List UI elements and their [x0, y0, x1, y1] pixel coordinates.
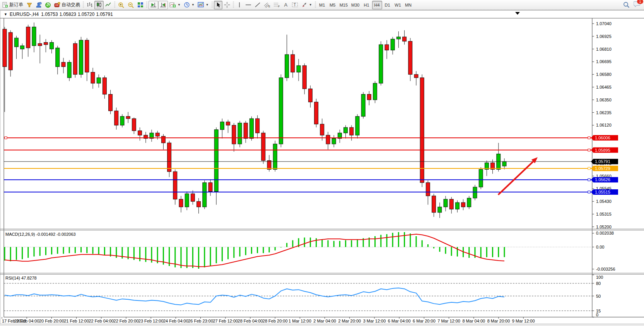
rsi-tick-label: 0	[596, 312, 598, 317]
macd-histogram-bar	[275, 247, 276, 251]
candle-down	[38, 43, 42, 46]
candle-up	[56, 48, 60, 67]
bar-chart-button[interactable]	[85, 1, 94, 9]
macd-histogram-bar	[286, 243, 287, 247]
templates-button[interactable]: ▼	[196, 1, 210, 9]
timeframe-m15-button[interactable]: M15	[338, 1, 349, 9]
time-tick-label: 26 Feb 23:00	[188, 319, 213, 323]
new-order-button[interactable]: 新订单	[1, 1, 25, 9]
crosshair-tool-button[interactable]	[222, 1, 232, 9]
candle-down	[314, 102, 318, 124]
macd-histogram-bar	[263, 247, 264, 253]
candle-down	[308, 89, 312, 102]
macd-histogram-bar	[416, 236, 417, 247]
timeframe-m5-button[interactable]: M5	[328, 1, 338, 9]
macd-histogram-bar	[233, 247, 234, 258]
hline-handle[interactable]	[588, 178, 590, 181]
community-button[interactable]	[34, 1, 43, 9]
candle-up	[279, 78, 283, 144]
time-tick-label: 27 Feb 12:00	[213, 319, 238, 323]
notifications-button[interactable]: 1	[634, 1, 641, 9]
arrows-tool-button[interactable]: ▼	[300, 1, 314, 9]
macd-histogram-bar	[280, 247, 282, 247]
hline-handle[interactable]	[588, 191, 590, 193]
hline-handle[interactable]	[588, 167, 590, 170]
chart-title-bar[interactable]: ▼ EURUSD-,H4 1.05753 1.05823 1.05720 1.0…	[4, 12, 113, 17]
cursor-tool-button[interactable]	[214, 1, 222, 9]
notification-badge: 1	[637, 0, 643, 4]
timeframe-w1-button[interactable]: W1	[393, 1, 403, 9]
hline-handle[interactable]	[5, 137, 7, 139]
search-icon[interactable]	[623, 2, 630, 8]
signals-button[interactable]	[43, 1, 53, 9]
trendline-tool-button[interactable]	[253, 1, 262, 9]
candle-down	[449, 199, 453, 209]
hline-handle[interactable]	[588, 149, 590, 151]
price-tick-label: 1.06580	[596, 72, 612, 77]
mql5-person-icon	[36, 2, 42, 8]
macd-histogram-bar	[39, 247, 41, 256]
autotrading-button[interactable]: 自动交易	[53, 1, 82, 9]
candle-down	[226, 122, 230, 125]
fibonacci-tool-button[interactable]: F	[272, 1, 282, 9]
timeframe-h4-button[interactable]: H4	[372, 1, 382, 9]
text-tool-button[interactable]: A	[282, 1, 290, 9]
candle-down	[261, 133, 265, 160]
periods-button[interactable]: ▼	[182, 1, 196, 9]
vertical-line-tool-button[interactable]	[235, 1, 244, 9]
indicators-button[interactable]: ▼	[168, 1, 182, 9]
timeframe-h1-button[interactable]: H1	[362, 1, 372, 9]
time-tick-label: 23 Feb 12:00	[138, 319, 164, 323]
candlestick-chart-button[interactable]	[94, 1, 104, 9]
macd-tick-label: -0.003256	[596, 267, 615, 271]
toolbar-grip	[315, 2, 316, 9]
label-tool-button[interactable]: T	[290, 1, 300, 9]
candle-down	[102, 78, 106, 94]
market-depth-button[interactable]	[25, 1, 34, 9]
signal-icon	[45, 2, 51, 8]
timeframe-m30-button[interactable]: M30	[350, 1, 361, 9]
zoom-in-button[interactable]	[116, 1, 126, 9]
chart-menu-icon[interactable]: ▼	[4, 12, 7, 16]
macd-histogram-bar	[80, 247, 82, 252]
macd-histogram-bar	[227, 247, 229, 259]
candle-up	[203, 183, 207, 207]
candle-down	[208, 183, 212, 192]
macd-histogram-bar	[51, 247, 52, 254]
line-chart-button[interactable]	[104, 1, 113, 9]
svg-text:T: T	[294, 3, 296, 7]
macd-histogram-bar	[86, 247, 87, 253]
chart-shift-button[interactable]	[158, 1, 168, 9]
text-label-icon: T	[292, 2, 298, 8]
tile-windows-button[interactable]	[136, 1, 145, 9]
candle-down	[179, 199, 183, 207]
candle-down	[132, 118, 136, 130]
timeframe-mn-button[interactable]: MN	[403, 1, 413, 9]
svg-text:F: F	[278, 5, 280, 8]
candle-down	[167, 143, 171, 172]
auto-scroll-icon	[150, 2, 157, 8]
macd-histogram-bar	[269, 247, 270, 252]
cursor-icon	[215, 2, 221, 8]
macd-histogram-bar	[345, 240, 346, 247]
candle-down	[61, 62, 65, 67]
horizontal-line-tool-button[interactable]	[244, 1, 253, 9]
toolbar-grip	[83, 2, 84, 9]
candle-down	[403, 37, 407, 41]
price-label-1.06006-text: 1.06006	[595, 136, 610, 140]
zoom-out-button[interactable]	[126, 1, 136, 9]
timeframe-d1-button[interactable]: D1	[383, 1, 393, 9]
candle-up	[249, 118, 253, 138]
channel-tool-button[interactable]: E	[262, 1, 272, 9]
timeframe-m1-button[interactable]: M1	[317, 1, 327, 9]
macd-histogram-bar	[69, 247, 70, 253]
macd-tick-label: 0.00	[596, 245, 604, 249]
candle-down	[109, 94, 113, 111]
ohlc-high: 1.05823	[60, 12, 76, 17]
horizontal-line-icon	[245, 2, 251, 8]
macd-indicator-label: MACD(12,26,9) -0.001492 -0.002063	[5, 232, 76, 237]
time-tick-label: 2 Mar 20:00	[338, 319, 361, 323]
hline-handle[interactable]	[588, 137, 590, 139]
candle-down	[326, 135, 330, 144]
auto-scroll-button[interactable]	[149, 1, 158, 9]
